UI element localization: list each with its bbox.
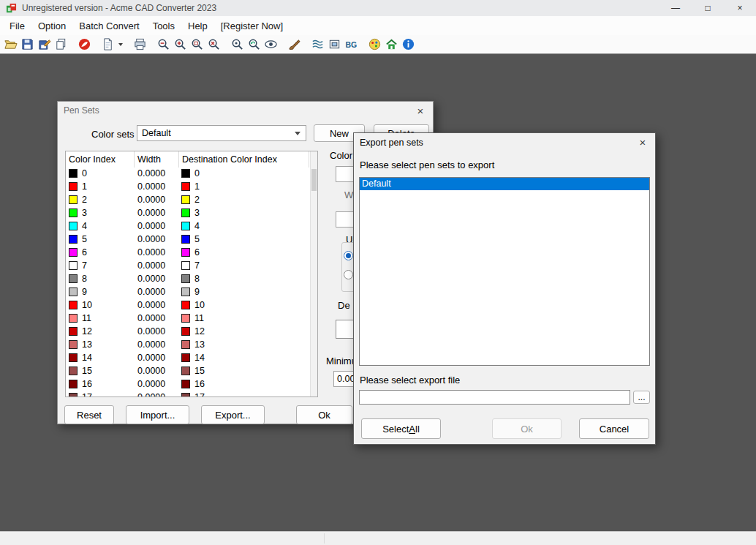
list-item[interactable]: Default: [360, 178, 649, 190]
print-icon[interactable]: [132, 37, 148, 53]
width-value: 0.0000: [137, 273, 165, 286]
browse-button[interactable]: ...: [633, 391, 650, 404]
brush-icon[interactable]: [286, 37, 303, 53]
color-swatch: [69, 367, 78, 375]
page-preview-icon[interactable]: [99, 37, 116, 53]
color-swatch: [69, 301, 78, 309]
table-row[interactable]: 10.00001: [66, 181, 311, 194]
color-index-value: 3: [82, 207, 87, 220]
table-row[interactable]: 40.00004: [66, 220, 311, 233]
table-row[interactable]: 20.00002: [66, 194, 311, 207]
import-button[interactable]: Import...: [126, 405, 189, 424]
open-file-icon[interactable]: [2, 37, 19, 53]
table-row[interactable]: 50.00005: [66, 233, 311, 247]
frame-icon[interactable]: [326, 37, 343, 53]
column-header-color-index[interactable]: Color Index: [66, 151, 135, 168]
table-scrollbar[interactable]: [310, 151, 317, 396]
table-row[interactable]: 120.000012: [66, 326, 311, 339]
menubar: FileOptionBatch ConvertToolsHelp[Registe…: [0, 16, 756, 35]
table-row[interactable]: 110.000011: [66, 312, 311, 326]
table-row[interactable]: 30.00003: [66, 207, 311, 220]
export-button[interactable]: Export...: [201, 405, 265, 424]
width-value: 0.0000: [137, 299, 165, 312]
pen-table-body: 00.0000010.0000120.0000230.0000340.00004…: [66, 168, 311, 396]
pen-sets-ok-button[interactable]: Ok: [296, 405, 352, 424]
menu-item-file[interactable]: File: [3, 16, 31, 35]
menu-item-tools[interactable]: Tools: [146, 16, 181, 35]
color-index-value: 4: [82, 220, 87, 233]
menu-item-option[interactable]: Option: [31, 16, 72, 35]
layers-icon[interactable]: [309, 37, 326, 53]
dest-color-swatch: [181, 222, 190, 230]
save-as-icon[interactable]: [36, 37, 53, 53]
dest-color-index-value: 8: [194, 273, 200, 286]
dest-color-index-value: 9: [194, 286, 200, 299]
export-list[interactable]: Default: [359, 177, 650, 366]
zoom-all-icon[interactable]: [229, 37, 246, 53]
palette-icon[interactable]: [366, 37, 383, 53]
width-value: 0.0000: [137, 168, 165, 181]
dest-color-swatch: [181, 274, 190, 283]
table-row[interactable]: 00.00000: [66, 168, 311, 181]
select-all-accel: A: [409, 424, 415, 435]
dest-color-swatch: [181, 235, 190, 244]
table-row[interactable]: 150.000015: [66, 365, 311, 378]
color-sets-value: Default: [142, 128, 171, 138]
home-icon[interactable]: [383, 37, 400, 53]
color-index-value: 14: [82, 352, 92, 365]
side-default-label: De: [338, 300, 350, 311]
maximize-button[interactable]: □: [692, 0, 724, 16]
color-swatch: [69, 169, 78, 178]
unit-radio-selected[interactable]: [344, 251, 353, 260]
unit-radio-unselected[interactable]: [344, 270, 353, 279]
select-all-button[interactable]: Select All: [361, 418, 441, 439]
zoom-out-icon[interactable]: [155, 37, 172, 53]
pen-table-header: Color Index Width Destination Color Inde…: [66, 151, 311, 168]
zoom-previous-icon[interactable]: [246, 37, 262, 53]
dest-color-index-value: 4: [194, 220, 200, 233]
color-swatch: [69, 261, 78, 270]
window-title: Unregistered version - Acme CAD Converte…: [22, 3, 216, 13]
color-index-value: 0: [82, 168, 87, 181]
table-row[interactable]: 80.00008: [66, 273, 311, 286]
width-value: 0.0000: [137, 194, 165, 207]
cancel-button[interactable]: Cancel: [579, 418, 649, 439]
scrollbar-thumb[interactable]: [311, 169, 317, 191]
zoom-in-icon[interactable]: [172, 37, 189, 53]
table-row[interactable]: 100.000010: [66, 299, 311, 312]
column-header-width[interactable]: Width: [135, 151, 179, 168]
dest-color-index-value: 10: [194, 299, 205, 312]
menu-item-batch-convert[interactable]: Batch Convert: [72, 16, 145, 35]
table-row[interactable]: 70.00007: [66, 260, 311, 273]
minimize-button[interactable]: —: [659, 0, 692, 16]
dest-color-index-value: 7: [194, 260, 200, 273]
table-row[interactable]: 60.00006: [66, 247, 311, 260]
export-dialog-close-icon[interactable]: ×: [635, 135, 651, 149]
color-swatch: [69, 222, 78, 230]
export-ok-button[interactable]: Ok: [492, 418, 562, 439]
pdf-export-icon[interactable]: [76, 37, 93, 53]
table-row[interactable]: 90.00009: [66, 286, 311, 299]
table-row[interactable]: 140.000014: [66, 352, 311, 365]
color-sets-dropdown[interactable]: Default: [137, 125, 306, 141]
save-icon[interactable]: [19, 37, 36, 53]
preview-dropdown-caret-icon[interactable]: [116, 37, 125, 53]
zoom-dynamic-icon[interactable]: [205, 37, 222, 53]
menu-item-register-now[interactable]: [Register Now]: [214, 16, 290, 35]
background-color-icon[interactable]: BG: [343, 37, 360, 53]
dest-color-index-value: 5: [194, 233, 200, 247]
menu-item-help[interactable]: Help: [181, 16, 214, 35]
table-row[interactable]: 160.000016: [66, 378, 311, 391]
pan-eye-icon[interactable]: [262, 37, 279, 53]
close-button[interactable]: ×: [724, 0, 756, 16]
table-row[interactable]: 130.000013: [66, 339, 311, 352]
column-header-destination[interactable]: Destination Color Index: [179, 151, 309, 168]
info-icon[interactable]: [400, 37, 417, 53]
zoom-window-icon[interactable]: [189, 37, 205, 53]
copy-icon[interactable]: [53, 37, 69, 53]
pen-sets-close-icon[interactable]: ×: [412, 104, 428, 118]
reset-button[interactable]: Reset: [64, 405, 114, 424]
export-file-input[interactable]: [359, 390, 630, 405]
table-row[interactable]: 170.000017: [66, 391, 311, 396]
color-swatch: [69, 353, 78, 362]
